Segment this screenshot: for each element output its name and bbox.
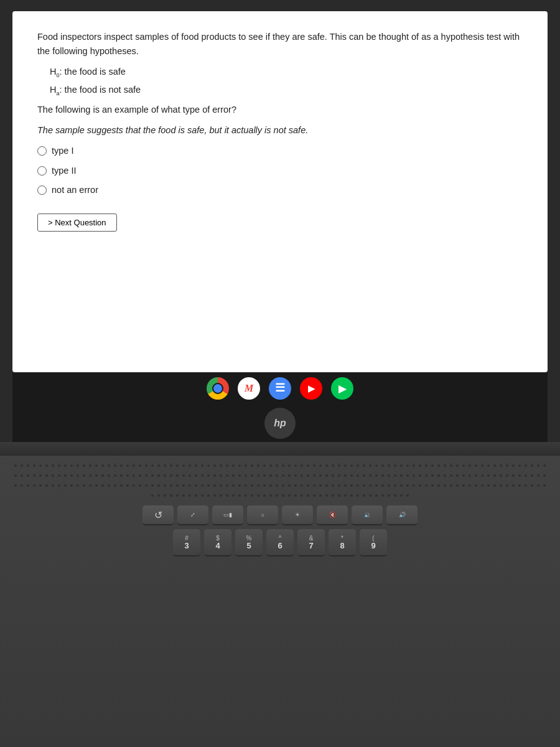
- speaker-dot: [182, 474, 185, 477]
- speaker-dot: [189, 474, 191, 477]
- chrome-icon[interactable]: [207, 377, 229, 400]
- intro-text: Food inspectors inspect samples of food …: [37, 30, 523, 59]
- youtube-icon[interactable]: ▶: [300, 377, 322, 400]
- speaker-dot: [189, 484, 191, 487]
- docs-icon[interactable]: ☰: [269, 377, 291, 400]
- speaker-dot: [388, 464, 390, 467]
- speaker-dot: [232, 474, 235, 477]
- speaker-dot: [506, 474, 508, 477]
- speaker-dot: [307, 484, 309, 487]
- key-star-8[interactable]: * 8: [329, 529, 356, 557]
- speaker-dot: [195, 494, 197, 497]
- speaker-dot: [406, 464, 409, 467]
- speaker-dot: [537, 464, 539, 467]
- key-dollar-4[interactable]: $ 4: [204, 529, 231, 557]
- speaker-dot: [288, 484, 291, 487]
- speaker-dot: [126, 484, 129, 487]
- speaker-dot: [207, 464, 210, 467]
- speaker-dot: [64, 484, 67, 487]
- speaker-dot: [52, 464, 54, 467]
- speaker-dot: [226, 484, 228, 487]
- speaker-dot: [164, 464, 166, 467]
- speaker-dot: [344, 474, 347, 477]
- key-brightness-down[interactable]: ☼: [247, 505, 278, 525]
- speaker-dot: [269, 474, 272, 477]
- speaker-dot: [182, 494, 185, 497]
- speaker-dot: [319, 464, 322, 467]
- speaker-dot: [133, 474, 135, 477]
- speaker-dot: [133, 464, 135, 467]
- gmail-icon[interactable]: M: [238, 377, 260, 400]
- radio-circle-type-i[interactable]: [37, 146, 47, 156]
- speaker-dot: [145, 464, 147, 467]
- radio-circle-type-ii[interactable]: [37, 166, 47, 176]
- speaker-dot: [157, 474, 160, 477]
- speaker-dot: [220, 494, 222, 497]
- speaker-dot: [332, 464, 334, 467]
- key-windows[interactable]: ▭▮: [212, 505, 243, 525]
- option-type-i[interactable]: type I: [37, 144, 523, 158]
- speaker-dot: [413, 474, 415, 477]
- speaker-dot: [263, 484, 266, 487]
- speaker-dot: [45, 484, 48, 487]
- speaker-dot: [444, 464, 446, 467]
- speaker-dot: [251, 494, 253, 497]
- speaker-dot: [139, 474, 141, 477]
- key-vol-down[interactable]: 🔉: [352, 505, 383, 525]
- speaker-dot: [388, 484, 390, 487]
- speaker-dot: [201, 484, 203, 487]
- speaker-dot: [70, 484, 73, 487]
- speaker-dot: [357, 464, 359, 467]
- speaker-dot: [282, 484, 284, 487]
- option-not-error-label: not an error: [52, 183, 98, 197]
- key-mute[interactable]: 🔇: [317, 505, 348, 525]
- speaker-dot: [350, 484, 353, 487]
- speaker-dot: [170, 474, 172, 477]
- speaker-dot: [213, 494, 216, 497]
- speaker-dot: [419, 474, 421, 477]
- speaker-dot: [332, 484, 334, 487]
- speaker-dot: [531, 464, 533, 467]
- number-key-row: # 3 $ 4 % 5 ^ 6 & 7 * 8: [12, 529, 548, 557]
- speaker-dot: [469, 474, 471, 477]
- speaker-dot: [512, 464, 515, 467]
- speaker-dot: [338, 464, 340, 467]
- speaker-dot: [176, 484, 179, 487]
- speaker-dot: [413, 464, 415, 467]
- key-amp-7[interactable]: & 7: [297, 529, 325, 557]
- speaker-dot: [500, 474, 502, 477]
- speaker-dot: [506, 464, 508, 467]
- option-type-ii[interactable]: type II: [37, 164, 523, 178]
- key-vol-up[interactable]: 🔊: [386, 505, 418, 525]
- speaker-dot: [487, 474, 490, 477]
- speaker-dot: [481, 464, 483, 467]
- option-not-error[interactable]: not an error: [37, 183, 523, 197]
- speaker-dot: [325, 494, 328, 497]
- key-brightness-up[interactable]: ☀: [282, 505, 313, 525]
- key-hash-3[interactable]: # 3: [173, 529, 200, 557]
- radio-circle-not-error[interactable]: [37, 186, 47, 195]
- speaker-dot: [518, 484, 521, 487]
- speaker-dot: [269, 464, 272, 467]
- key-refresh[interactable]: ↺: [142, 505, 174, 525]
- speaker-dot: [493, 484, 496, 487]
- speaker-dot: [213, 474, 216, 477]
- speaker-dot: [39, 484, 42, 487]
- next-question-button[interactable]: > Next Question: [37, 214, 117, 232]
- speaker-dot: [101, 464, 104, 467]
- speaker-dot: [437, 484, 440, 487]
- key-fullscreen[interactable]: ⤢: [177, 505, 208, 525]
- speaker-dot: [133, 484, 135, 487]
- speaker-dot: [170, 464, 172, 467]
- speaker-dot: [251, 474, 253, 477]
- speaker-dot: [232, 464, 235, 467]
- speaker-dot: [301, 474, 303, 477]
- speaker-dot: [456, 474, 459, 477]
- key-caret-6[interactable]: ^ 6: [266, 529, 294, 557]
- key-percent-5[interactable]: % 5: [235, 529, 263, 557]
- speaker-dot: [375, 474, 378, 477]
- key-paren-9[interactable]: ( 9: [360, 529, 387, 557]
- play-store-icon[interactable]: ▶: [331, 377, 353, 400]
- speaker-dot: [257, 474, 259, 477]
- speaker-dot: [325, 464, 328, 467]
